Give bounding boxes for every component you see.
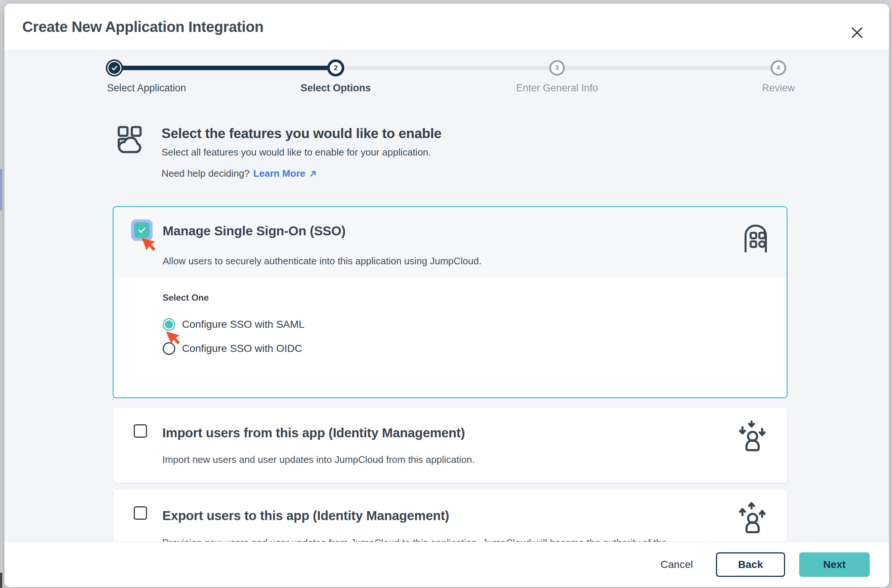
step-2-select-options: 2 [327,59,344,76]
step-3-enter-general-info: 3 [549,60,565,76]
external-link-arrow-icon [309,170,317,178]
export-checkbox-unchecked[interactable] [134,506,147,520]
radio-selected-icon [163,318,175,331]
help-prompt: Need help deciding? [162,168,249,179]
feature-card-import: Import users from this app (Identity Man… [113,407,788,483]
feature-title-sso: Manage Single Sign-On (SSO) [163,224,345,238]
close-icon [849,25,865,40]
feature-desc-import: Import new users and user updates into J… [162,454,475,465]
create-app-integration-modal: Create New Application Integration 2 [5,4,889,587]
select-one-label: Select One [163,292,787,303]
next-button[interactable]: Next [799,552,870,577]
step-1-select-application [106,59,123,76]
close-button[interactable] [848,24,866,42]
modal-footer: Cancel Back Next [5,542,889,587]
background-page-edge-blue [0,169,2,210]
section-subheading: Select all features you would like to en… [162,147,441,158]
step-2-label: Select Options [300,82,371,94]
step-3-label: Enter General Info [516,82,598,94]
section-heading: Select the features you would like to en… [162,126,441,141]
feature-title-export: Export users to this app (Identity Manag… [162,508,449,523]
background-page-edge-dark [0,573,2,588]
step-4-review: 4 [770,60,786,76]
learn-more-link[interactable]: Learn More [253,168,317,179]
import-checkbox-unchecked[interactable] [134,424,147,438]
sso-grid-icon [740,223,771,254]
step-2-number: 2 [334,64,338,72]
checkbox-focus-halo [131,219,153,241]
feature-desc-export: Provision new users and user updates fro… [162,537,667,542]
import-users-icon [737,420,769,452]
feature-title-import: Import users from this app (Identity Man… [162,425,465,440]
radio-configure-sso-saml[interactable]: Configure SSO with SAML [163,318,787,331]
modal-body: 2 3 4 Select Application Select Options … [5,50,889,542]
step-4-label: Review [762,82,795,94]
step-1-label: Select Application [107,82,186,94]
feature-desc-sso: Allow users to securely authenticate int… [163,255,481,267]
checkmark-icon [137,225,147,236]
feature-card-export: Export users to this app (Identity Manag… [113,489,788,542]
radio-configure-sso-oidc[interactable]: Configure SSO with OIDC [163,342,787,355]
sso-options: Select One Configure SSO with SAML Confi… [114,277,787,355]
stepper-track-complete [114,66,336,70]
cancel-button[interactable]: Cancel [661,559,693,570]
intro-section: Select the features you would like to en… [113,124,788,158]
apps-cloud-icon [116,124,146,155]
help-row: Need help deciding? Learn More [162,168,788,179]
sso-checkbox-checked[interactable] [134,222,150,238]
modal-header: Create New Application Integration [5,4,889,50]
back-button[interactable]: Back [716,552,785,577]
feature-card-sso-header: Manage Single Sign-On (SSO) Allow users … [114,207,787,277]
step-4-number: 4 [776,64,780,72]
modal-title: Create New Application Integration [22,18,263,35]
step-3-number: 3 [555,64,559,72]
check-icon [110,63,119,72]
stepper: 2 3 4 Select Application Select Options … [113,50,788,98]
export-users-icon [737,502,769,534]
feature-card-sso: Manage Single Sign-On (SSO) Allow users … [113,206,788,398]
radio-oidc-label: Configure SSO with OIDC [182,343,302,354]
learn-more-label: Learn More [253,168,305,179]
radio-saml-label: Configure SSO with SAML [182,318,305,330]
radio-unselected-icon [163,342,175,355]
